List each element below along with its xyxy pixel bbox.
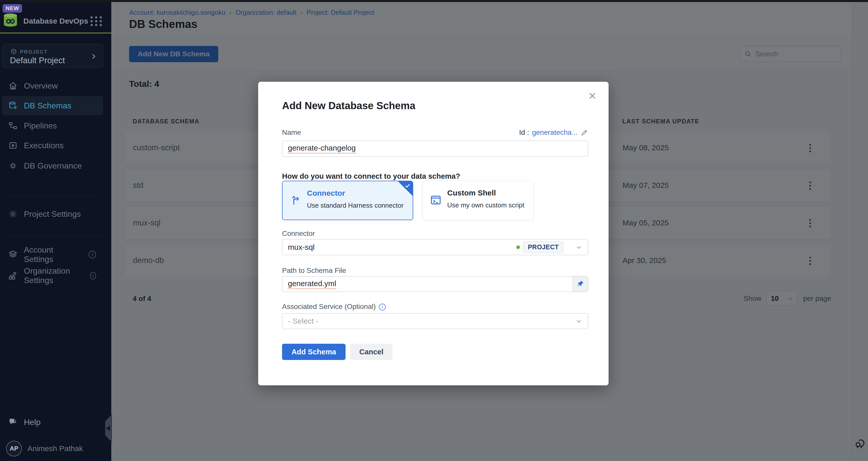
connector-select[interactable]: mux-sql PROJECT [282,239,588,255]
cube-icon [10,48,18,56]
sidebar-item-project-settings[interactable]: Project Settings [2,204,103,224]
scope-badge: PROJECT [523,241,563,253]
info-icon[interactable]: i [89,251,96,258]
terminal-icon [430,194,442,207]
sidebar-item-db-schemas[interactable]: DB Schemas [2,96,103,115]
user-menu[interactable]: AP Animesh Pathak [2,438,103,459]
id-value[interactable]: generatecha... [532,128,578,137]
avatar: AP [6,441,22,456]
sidebar-item-db-governance[interactable]: DB Governance [2,156,103,175]
sidebar-item-organization-settings[interactable]: Organization Settings i [2,266,103,285]
layers-gear-icon [8,250,18,259]
sidebar-item-label: Organization Settings [24,266,84,285]
window-top-edge [0,0,868,2]
path-label: Path to Schema File [282,267,346,275]
check-icon [404,182,411,190]
service-placeholder: - Select - [288,317,318,325]
option-card-custom-shell[interactable]: Custom Shell Use my own custom script [423,181,533,220]
project-label: PROJECT [20,49,48,55]
connect-question: How do you want to connect to your data … [282,172,460,180]
entity-id: Id : generatecha... [519,128,588,137]
pipelines-icon [8,121,18,130]
org-gear-icon [8,271,18,281]
sidebar-item-label: DB Governance [24,161,82,171]
sidebar-item-label: DB Schemas [24,101,71,110]
sidebar-item-overview[interactable]: Overview [2,76,103,95]
db-schema-icon [8,101,18,110]
path-value: generated.yml [288,279,336,289]
svg-text:?: ? [11,419,13,422]
new-badge: NEW [3,4,22,13]
info-icon[interactable]: i [90,272,96,279]
option-title: Custom Shell [447,189,496,197]
connectivity-status-dot [516,245,520,249]
id-label: Id : [519,128,529,137]
home-icon [8,81,18,91]
executions-icon [8,141,18,150]
modal-title: Add New Database Schema [282,100,415,111]
project-selector[interactable]: PROJECT Default Project [2,44,103,68]
sidebar-item-account-settings[interactable]: Account Settings i [2,245,103,264]
sidebar-item-label: Pipelines [24,121,57,130]
brand-header: NEW Database DevOps [0,2,111,34]
service-label: Associated Service (Optional)i [282,303,386,311]
governance-icon [8,161,18,171]
sidebar: NEW Database DevOps PROJECT Default Proj… [0,2,111,461]
name-label: Name [282,128,301,137]
info-icon[interactable]: i [379,304,386,310]
service-select[interactable]: - Select - [282,313,588,329]
sidebar-item-help[interactable]: ? Help [2,413,103,432]
pin-icon [576,280,584,288]
pin-button[interactable] [572,276,588,292]
gear-icon [8,209,18,219]
divider [2,195,103,196]
connector-value: mux-sql [288,243,315,252]
sidebar-item-label: Project Settings [24,209,81,219]
project-name: Default Project [10,56,65,65]
sidebar-item-executions[interactable]: Executions [2,136,103,155]
edit-pencil-icon[interactable] [581,129,588,136]
sidebar-item-pipelines[interactable]: Pipelines [2,116,103,135]
option-description: Use standard Harness connector [307,202,404,209]
add-schema-button[interactable]: Add Schema [282,344,346,360]
name-value: generate-changelog [288,144,356,154]
connector-arrows-icon [290,194,301,207]
collapse-arrow-icon [106,425,110,431]
chevron-down-icon [575,318,582,325]
option-card-connector[interactable]: Connector Use standard Harness connector [282,181,413,220]
connector-label: Connector [282,229,315,238]
app-screen: NEW Database DevOps PROJECT Default Proj… [0,0,868,461]
chevron-down-icon [575,244,582,251]
database-devops-logo-icon [3,13,18,28]
add-schema-modal: ✕ Add New Database Schema Name Id : gene… [258,82,609,385]
name-input[interactable]: generate-changelog [282,141,588,157]
sidebar-item-label: Executions [24,141,64,150]
app-title: Database DevOps [23,17,88,25]
user-name: Animesh Pathak [27,444,83,453]
option-description: Use my own custom script [447,201,524,209]
help-chat-icon: ? [8,417,18,427]
chevron-right-icon [90,53,97,61]
sidebar-item-label: Help [24,418,41,427]
sidebar-item-label: Overview [24,81,58,91]
option-title: Connector [307,189,345,197]
path-input[interactable]: generated.yml [282,276,588,292]
close-icon[interactable]: ✕ [587,91,597,101]
app-switcher-icon[interactable] [90,16,103,26]
cancel-button[interactable]: Cancel [350,344,393,360]
sidebar-item-label: Account Settings [24,245,83,264]
